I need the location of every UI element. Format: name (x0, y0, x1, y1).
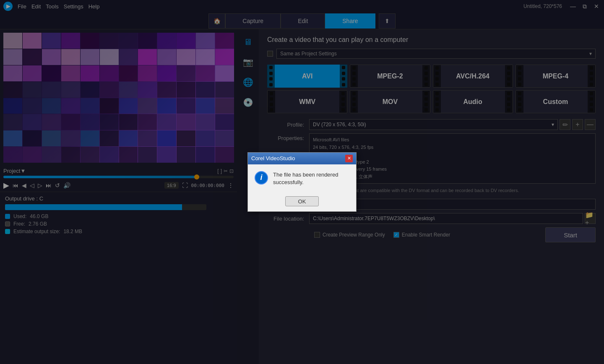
dialog-close-button[interactable]: ✕ (345, 155, 353, 162)
dialog-message: The file has been rendered successfully. (273, 171, 349, 186)
dialog-info-icon: i (255, 171, 268, 185)
dialog-box: Corel VideoStudio ✕ i The file has been … (247, 152, 357, 212)
dialog-overlay: Corel VideoStudio ✕ i The file has been … (0, 0, 604, 364)
dialog-body: i The file has been rendered successfull… (248, 164, 356, 193)
dialog-footer: OK (248, 193, 356, 211)
dialog-title-bar: Corel VideoStudio ✕ (248, 153, 356, 164)
dialog-title: Corel VideoStudio (251, 155, 295, 161)
dialog-ok-button[interactable]: OK (285, 196, 319, 206)
